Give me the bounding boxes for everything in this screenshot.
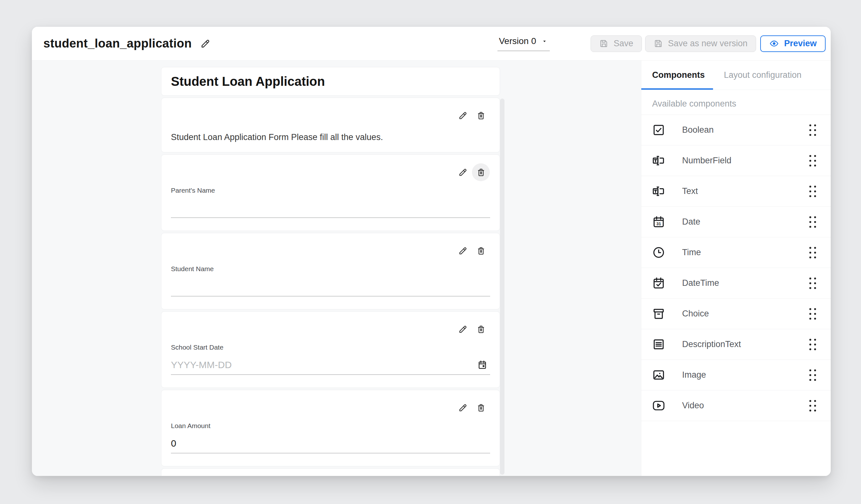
form-name-wrap: student_loan_application bbox=[43, 37, 211, 51]
edit-field-button[interactable] bbox=[454, 242, 472, 260]
pencil-icon bbox=[200, 38, 211, 49]
calendar-picker-button[interactable] bbox=[474, 357, 490, 373]
component-item-descriptiontext[interactable]: DescriptionText bbox=[641, 329, 831, 360]
edit-field-button[interactable] bbox=[454, 320, 472, 338]
calendar-icon bbox=[477, 359, 488, 370]
edit-title-button[interactable] bbox=[200, 38, 211, 49]
drag-handle-icon[interactable] bbox=[809, 369, 816, 381]
text-input[interactable] bbox=[171, 198, 490, 218]
pencil-icon bbox=[458, 111, 468, 121]
video-icon bbox=[652, 399, 666, 412]
field-card-partial bbox=[161, 468, 500, 476]
tab-components[interactable]: Components bbox=[641, 60, 713, 90]
pencil-icon bbox=[458, 403, 468, 413]
component-label: NumberField bbox=[682, 156, 732, 166]
component-item-video[interactable]: Video bbox=[641, 391, 831, 421]
version-select[interactable]: Version 0 bbox=[497, 36, 550, 51]
component-label: Video bbox=[682, 401, 704, 410]
field-label: School Start Date bbox=[171, 312, 490, 351]
available-components-heading: Available components bbox=[641, 90, 831, 114]
text-field-icon bbox=[652, 185, 666, 198]
component-item-date[interactable]: 31Date bbox=[641, 207, 831, 237]
field-actions bbox=[454, 107, 490, 124]
delete-field-button[interactable] bbox=[472, 242, 490, 260]
component-label: Choice bbox=[682, 309, 709, 319]
tab-layout-configuration[interactable]: Layout configuration bbox=[713, 60, 810, 90]
component-label: Date bbox=[682, 217, 700, 227]
number-input[interactable] bbox=[171, 434, 490, 453]
field-actions bbox=[454, 399, 490, 417]
preview-button[interactable]: Preview bbox=[760, 36, 825, 52]
app-title: student_loan_application bbox=[43, 37, 192, 51]
save-as-button-label: Save as new version bbox=[668, 39, 748, 49]
component-label: Time bbox=[682, 247, 701, 257]
component-label: DateTime bbox=[682, 278, 719, 288]
delete-field-button[interactable] bbox=[472, 399, 490, 417]
date-input[interactable] bbox=[171, 355, 474, 375]
field-card-date: School Start Date bbox=[161, 311, 500, 388]
delete-field-button[interactable] bbox=[472, 107, 490, 124]
component-item-datetime[interactable]: DateTime bbox=[641, 268, 831, 299]
component-list: BooleanNumberFieldText31DateTimeDateTime… bbox=[641, 114, 831, 421]
field-actions bbox=[454, 163, 490, 181]
field-card-text: Student Name bbox=[161, 233, 500, 310]
save-icon bbox=[599, 39, 609, 48]
version-label: Version 0 bbox=[499, 36, 536, 46]
eye-icon bbox=[769, 39, 779, 49]
app-header: student_loan_application Version 0 Save … bbox=[32, 27, 831, 60]
image-icon bbox=[652, 368, 666, 382]
trash-icon bbox=[476, 167, 486, 177]
components-sidebar: Components Layout configuration Availabl… bbox=[641, 60, 831, 476]
drag-handle-icon[interactable] bbox=[809, 155, 816, 166]
field-actions bbox=[454, 320, 490, 338]
text-input[interactable] bbox=[171, 276, 490, 296]
drag-handle-icon[interactable] bbox=[809, 216, 816, 228]
field-list: Student Loan Application Form Please fil… bbox=[161, 98, 500, 466]
app-window: student_loan_application Version 0 Save … bbox=[32, 27, 831, 476]
description-text-icon bbox=[652, 338, 666, 351]
field-card-text: Parent's Name bbox=[161, 154, 500, 231]
delete-field-button[interactable] bbox=[472, 163, 490, 181]
field-label: Parent's Name bbox=[171, 155, 490, 194]
field-label: Loan Amount bbox=[171, 390, 490, 430]
svg-text:31: 31 bbox=[656, 221, 661, 226]
drag-handle-icon[interactable] bbox=[809, 124, 816, 136]
save-button[interactable]: Save bbox=[591, 36, 642, 52]
drag-handle-icon[interactable] bbox=[809, 339, 816, 350]
edit-field-button[interactable] bbox=[454, 107, 472, 124]
number-field-icon bbox=[652, 154, 666, 167]
preview-button-label: Preview bbox=[784, 39, 817, 49]
field-card-number: Loan Amount bbox=[161, 390, 500, 466]
time-icon bbox=[652, 246, 666, 259]
save-as-new-version-button[interactable]: Save as new version bbox=[645, 36, 756, 52]
trash-icon bbox=[476, 324, 486, 334]
component-item-time[interactable]: Time bbox=[641, 237, 831, 268]
drag-handle-icon[interactable] bbox=[809, 247, 816, 258]
form-scrollbar-thumb[interactable] bbox=[500, 98, 505, 475]
drag-handle-icon[interactable] bbox=[809, 186, 816, 197]
component-item-text[interactable]: Text bbox=[641, 176, 831, 207]
form-title: Student Loan Application bbox=[171, 74, 325, 89]
edit-field-button[interactable] bbox=[454, 163, 472, 181]
trash-icon bbox=[476, 246, 486, 256]
edit-field-button[interactable] bbox=[454, 399, 472, 417]
component-item-image[interactable]: Image bbox=[641, 360, 831, 391]
component-item-numberfield[interactable]: NumberField bbox=[641, 146, 831, 176]
trash-icon bbox=[476, 403, 486, 413]
form-title-card: Student Loan Application bbox=[161, 67, 500, 96]
pencil-icon bbox=[458, 167, 468, 177]
delete-field-button[interactable] bbox=[472, 320, 490, 338]
pencil-icon bbox=[458, 324, 468, 334]
save-button-label: Save bbox=[614, 39, 633, 49]
date-icon: 31 bbox=[652, 215, 666, 229]
component-item-boolean[interactable]: Boolean bbox=[641, 115, 831, 146]
drag-handle-icon[interactable] bbox=[809, 308, 816, 319]
component-label: Image bbox=[682, 370, 706, 380]
sidebar-tabs: Components Layout configuration bbox=[641, 60, 831, 90]
component-label: DescriptionText bbox=[682, 339, 741, 349]
drag-handle-icon[interactable] bbox=[809, 400, 816, 411]
header-actions: Version 0 Save Save as new version Previ… bbox=[497, 36, 825, 52]
component-item-choice[interactable]: Choice bbox=[641, 299, 831, 329]
drag-handle-icon[interactable] bbox=[809, 277, 816, 289]
field-label: Student Name bbox=[171, 233, 490, 273]
